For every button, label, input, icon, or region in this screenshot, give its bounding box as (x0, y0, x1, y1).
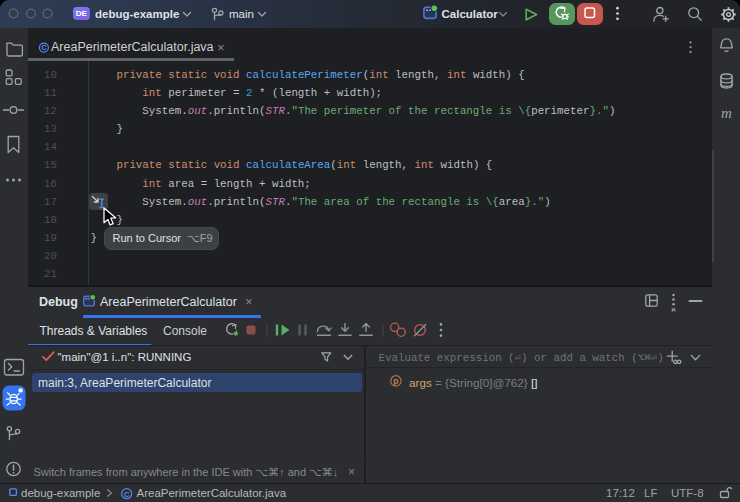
svg-text:m: m (721, 105, 732, 121)
svg-text:C: C (41, 43, 47, 52)
svg-text:p: p (393, 376, 398, 386)
svg-text:C: C (124, 489, 130, 498)
